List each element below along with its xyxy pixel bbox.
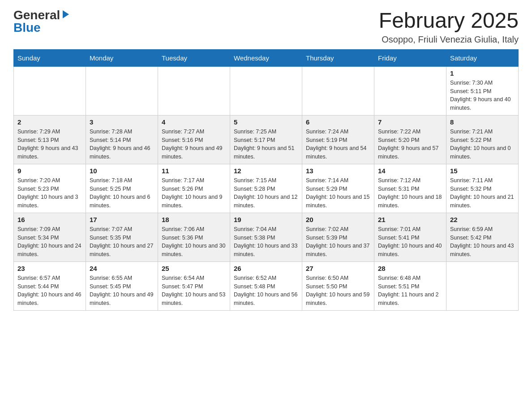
day-number: 1: [450, 69, 515, 77]
day-number: 9: [17, 167, 82, 175]
logo-general-text: General: [13, 9, 60, 21]
week-row-4: 16Sunrise: 7:09 AMSunset: 5:34 PMDayligh…: [14, 213, 519, 261]
day-info: Sunrise: 7:04 AMSunset: 5:38 PMDaylight:…: [234, 225, 298, 259]
day-info: Sunrise: 6:59 AMSunset: 5:42 PMDaylight:…: [450, 225, 515, 259]
page-header: General Blue February 2025 Osoppo, Friul…: [13, 9, 519, 45]
day-number: 23: [17, 265, 82, 272]
day-info: Sunrise: 6:48 AMSunset: 5:51 PMDaylight:…: [378, 274, 442, 308]
day-info: Sunrise: 7:28 AMSunset: 5:14 PMDaylight:…: [90, 128, 154, 161]
calendar-subtitle: Osoppo, Friuli Venezia Giulia, Italy: [379, 34, 519, 45]
day-number: 28: [378, 265, 442, 272]
day-info: Sunrise: 7:22 AMSunset: 5:20 PMDaylight:…: [378, 128, 442, 161]
day-cell: 7Sunrise: 7:22 AMSunset: 5:20 PMDaylight…: [374, 115, 446, 164]
day-number: 27: [306, 265, 370, 272]
day-number: 3: [90, 118, 154, 126]
day-number: 19: [234, 216, 298, 223]
day-cell: 22Sunrise: 6:59 AMSunset: 5:42 PMDayligh…: [446, 213, 519, 261]
day-info: Sunrise: 7:07 AMSunset: 5:35 PMDaylight:…: [90, 225, 154, 259]
day-cell: 10Sunrise: 7:18 AMSunset: 5:25 PMDayligh…: [86, 164, 158, 213]
day-info: Sunrise: 7:14 AMSunset: 5:29 PMDaylight:…: [306, 176, 370, 210]
day-cell: 12Sunrise: 7:15 AMSunset: 5:28 PMDayligh…: [230, 164, 302, 213]
day-number: 14: [378, 167, 442, 175]
day-info: Sunrise: 7:11 AMSunset: 5:32 PMDaylight:…: [450, 176, 515, 210]
header-wednesday: Wednesday: [230, 49, 302, 66]
day-cell: [374, 66, 446, 115]
logo-arrow-icon: [61, 9, 71, 19]
header-monday: Monday: [86, 49, 158, 66]
day-info: Sunrise: 7:06 AMSunset: 5:36 PMDaylight:…: [162, 225, 226, 259]
calendar-table: SundayMondayTuesdayWednesdayThursdayFrid…: [13, 49, 519, 311]
day-number: 26: [234, 265, 298, 272]
logo-blue-text: Blue: [13, 21, 41, 34]
day-cell: 5Sunrise: 7:25 AMSunset: 5:17 PMDaylight…: [230, 115, 302, 164]
day-cell: 26Sunrise: 6:52 AMSunset: 5:48 PMDayligh…: [230, 261, 302, 310]
day-number: 10: [90, 167, 154, 175]
day-info: Sunrise: 7:25 AMSunset: 5:17 PMDaylight:…: [234, 128, 298, 161]
day-cell: 21Sunrise: 7:01 AMSunset: 5:41 PMDayligh…: [374, 213, 446, 261]
day-cell: 11Sunrise: 7:17 AMSunset: 5:26 PMDayligh…: [158, 164, 230, 213]
week-row-2: 2Sunrise: 7:29 AMSunset: 5:13 PMDaylight…: [14, 115, 519, 164]
day-cell: 2Sunrise: 7:29 AMSunset: 5:13 PMDaylight…: [14, 115, 86, 164]
day-number: 16: [17, 216, 82, 223]
day-cell: [302, 66, 374, 115]
day-number: 8: [450, 118, 515, 126]
day-number: 11: [162, 167, 226, 175]
day-number: 17: [90, 216, 154, 223]
day-number: 4: [162, 118, 226, 126]
calendar-header: SundayMondayTuesdayWednesdayThursdayFrid…: [14, 49, 519, 66]
day-info: Sunrise: 6:50 AMSunset: 5:50 PMDaylight:…: [306, 274, 370, 308]
day-number: 20: [306, 216, 370, 223]
day-cell: 13Sunrise: 7:14 AMSunset: 5:29 PMDayligh…: [302, 164, 374, 213]
calendar-body: 1Sunrise: 7:30 AMSunset: 5:11 PMDaylight…: [14, 66, 519, 310]
day-info: Sunrise: 7:12 AMSunset: 5:31 PMDaylight:…: [378, 176, 442, 210]
day-info: Sunrise: 7:01 AMSunset: 5:41 PMDaylight:…: [378, 225, 442, 259]
day-cell: 27Sunrise: 6:50 AMSunset: 5:50 PMDayligh…: [302, 261, 374, 310]
day-number: 7: [378, 118, 442, 126]
day-info: Sunrise: 7:02 AMSunset: 5:39 PMDaylight:…: [306, 225, 370, 259]
day-number: 22: [450, 216, 515, 223]
calendar-title: February 2025: [379, 9, 519, 33]
svg-marker-0: [63, 10, 69, 18]
day-cell: [14, 66, 86, 115]
day-cell: 20Sunrise: 7:02 AMSunset: 5:39 PMDayligh…: [302, 213, 374, 261]
day-cell: [158, 66, 230, 115]
day-info: Sunrise: 7:20 AMSunset: 5:23 PMDaylight:…: [17, 176, 82, 210]
header-tuesday: Tuesday: [158, 49, 230, 66]
day-cell: 15Sunrise: 7:11 AMSunset: 5:32 PMDayligh…: [446, 164, 519, 213]
header-friday: Friday: [374, 49, 446, 66]
day-info: Sunrise: 7:24 AMSunset: 5:19 PMDaylight:…: [306, 128, 370, 161]
logo: General Blue: [13, 9, 71, 34]
day-info: Sunrise: 6:55 AMSunset: 5:45 PMDaylight:…: [90, 274, 154, 308]
day-cell: 28Sunrise: 6:48 AMSunset: 5:51 PMDayligh…: [374, 261, 446, 310]
day-number: 21: [378, 216, 442, 223]
day-number: 6: [306, 118, 370, 126]
day-cell: 19Sunrise: 7:04 AMSunset: 5:38 PMDayligh…: [230, 213, 302, 261]
day-cell: 16Sunrise: 7:09 AMSunset: 5:34 PMDayligh…: [14, 213, 86, 261]
day-cell: 9Sunrise: 7:20 AMSunset: 5:23 PMDaylight…: [14, 164, 86, 213]
day-info: Sunrise: 7:15 AMSunset: 5:28 PMDaylight:…: [234, 176, 298, 210]
day-number: 5: [234, 118, 298, 126]
day-cell: 23Sunrise: 6:57 AMSunset: 5:44 PMDayligh…: [14, 261, 86, 310]
day-cell: 24Sunrise: 6:55 AMSunset: 5:45 PMDayligh…: [86, 261, 158, 310]
day-number: 18: [162, 216, 226, 223]
day-info: Sunrise: 7:17 AMSunset: 5:26 PMDaylight:…: [162, 176, 226, 210]
day-info: Sunrise: 7:18 AMSunset: 5:25 PMDaylight:…: [90, 176, 154, 210]
day-number: 25: [162, 265, 226, 272]
day-number: 24: [90, 265, 154, 272]
day-info: Sunrise: 7:30 AMSunset: 5:11 PMDaylight:…: [450, 79, 515, 112]
week-row-3: 9Sunrise: 7:20 AMSunset: 5:23 PMDaylight…: [14, 164, 519, 213]
day-cell: [86, 66, 158, 115]
day-info: Sunrise: 6:54 AMSunset: 5:47 PMDaylight:…: [162, 274, 226, 308]
day-number: 13: [306, 167, 370, 175]
day-cell: 3Sunrise: 7:28 AMSunset: 5:14 PMDaylight…: [86, 115, 158, 164]
day-cell: [230, 66, 302, 115]
day-cell: 18Sunrise: 7:06 AMSunset: 5:36 PMDayligh…: [158, 213, 230, 261]
header-thursday: Thursday: [302, 49, 374, 66]
day-number: 2: [17, 118, 82, 126]
day-cell: 8Sunrise: 7:21 AMSunset: 5:22 PMDaylight…: [446, 115, 519, 164]
day-info: Sunrise: 7:21 AMSunset: 5:22 PMDaylight:…: [450, 128, 515, 161]
day-cell: 14Sunrise: 7:12 AMSunset: 5:31 PMDayligh…: [374, 164, 446, 213]
day-info: Sunrise: 7:27 AMSunset: 5:16 PMDaylight:…: [162, 128, 226, 161]
day-cell: 17Sunrise: 7:07 AMSunset: 5:35 PMDayligh…: [86, 213, 158, 261]
day-cell: 6Sunrise: 7:24 AMSunset: 5:19 PMDaylight…: [302, 115, 374, 164]
